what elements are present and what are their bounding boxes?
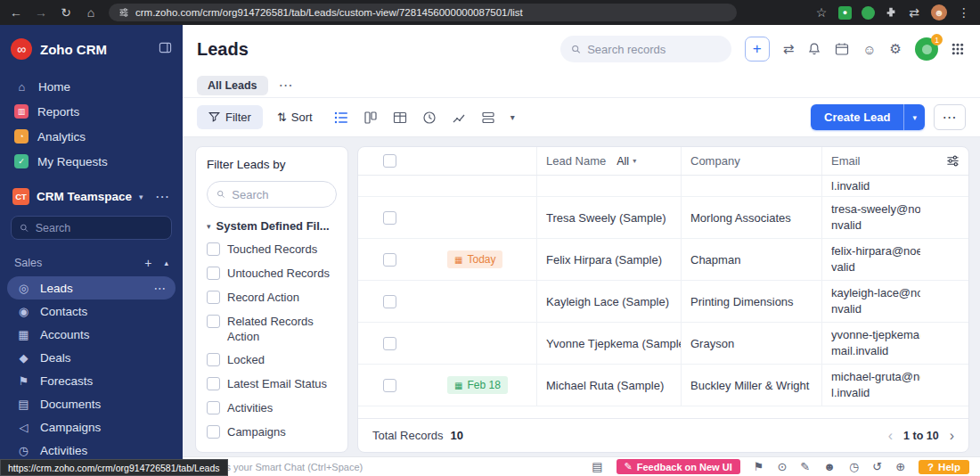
extensions-puzzle-icon[interactable] [885, 6, 897, 19]
reminders-clock-icon[interactable]: ◷ [849, 460, 859, 473]
teamspace-selector[interactable]: CT CRM Teamspace ▾ ⋯ [0, 179, 183, 212]
leads-more-icon[interactable]: ⋯ [154, 281, 167, 295]
checkbox[interactable] [207, 353, 220, 366]
filter-option-record-action[interactable]: Record Action [207, 291, 337, 306]
notes-icon[interactable]: ✎ [800, 460, 810, 473]
table-row[interactable]: Yvonne Tjepkema (Sample) Grayson yvonne-… [358, 323, 968, 365]
column-company[interactable]: Company [681, 147, 821, 175]
tab-all-leads[interactable]: All Leads [197, 76, 268, 95]
sidebar-item-documents[interactable]: ▤Documents [7, 393, 176, 415]
forward-icon[interactable]: → [34, 5, 48, 20]
toolbar-more-button[interactable]: ⋯ [934, 104, 966, 130]
filter-option-latest-email-status[interactable]: Latest Email Status [207, 377, 337, 392]
checkbox[interactable] [207, 401, 220, 414]
filter-option-related-records-action[interactable]: Related Records Action [207, 315, 337, 345]
more-views-chevron-icon[interactable]: ▾ [510, 112, 515, 122]
lead-name-cell[interactable]: Michael Ruta (Sample) [536, 365, 681, 406]
home-icon[interactable]: ⌂ [84, 5, 98, 20]
user-avatar[interactable]: 1 [915, 37, 938, 61]
sidebar-item-forecasts[interactable]: ⚑Forecasts [7, 370, 176, 392]
filter-option-activities[interactable]: Activities [207, 401, 337, 416]
back-icon[interactable]: ← [9, 5, 23, 20]
help-button[interactable]: ? Help [919, 460, 969, 474]
reload-icon[interactable]: ↻ [59, 5, 73, 20]
filter-button[interactable]: Filter [197, 105, 263, 129]
app-grid-icon[interactable] [951, 43, 964, 55]
row-checkbox[interactable] [383, 295, 396, 308]
view-tabs-more-icon[interactable]: ⋯ [279, 77, 295, 94]
sidebar-item-campaigns[interactable]: ◁Campaigns [7, 416, 176, 439]
survey-form-icon[interactable]: ▤ [592, 460, 602, 473]
chart-view-icon[interactable] [452, 111, 466, 125]
table-row[interactable]: Tresa Sweely (Sample) Morlong Associates… [358, 197, 968, 239]
sidebar-item-my-requests[interactable]: ✓My Requests [0, 149, 183, 174]
checkbox[interactable] [207, 425, 220, 439]
teamspace-more-icon[interactable]: ⋯ [155, 188, 170, 205]
site-settings-icon[interactable] [118, 7, 129, 18]
bookmark-star-icon[interactable]: ☆ [814, 5, 829, 20]
lead-name-cell[interactable]: Yvonne Tjepkema (Sample) [536, 323, 681, 364]
sidebar-collapse-icon[interactable] [159, 41, 172, 58]
timeline-view-icon[interactable] [422, 111, 437, 125]
tab-audio-icon[interactable]: ⇄ [907, 5, 921, 20]
sidebar-item-reports[interactable]: ▥Reports [0, 99, 183, 124]
collapse-section-icon[interactable]: ▴ [164, 259, 168, 267]
feedback-button[interactable]: ✎ Feedback on New UI [617, 459, 740, 474]
quick-add-button[interactable]: + [745, 37, 770, 62]
sidebar-item-contacts[interactable]: ◉Contacts [7, 300, 176, 323]
user-switch-icon[interactable]: ⇄ [783, 41, 795, 57]
column-settings-icon[interactable] [929, 147, 968, 175]
select-all-checkbox[interactable] [383, 154, 396, 168]
next-page-icon[interactable]: › [950, 428, 954, 444]
row-checkbox[interactable] [383, 337, 396, 350]
record-search-input[interactable] [587, 43, 720, 56]
announcements-icon[interactable]: ⚑ [754, 460, 764, 473]
table-row-partial[interactable]: l.invalid [358, 176, 968, 197]
checkbox[interactable] [207, 291, 220, 304]
sidebar-item-leads[interactable]: ◎Leads⋯ [7, 276, 176, 300]
prev-page-icon[interactable]: ‹ [888, 428, 893, 444]
address-bar[interactable]: crm.zoho.com/crm/org914726581/tab/Leads/… [109, 4, 737, 21]
create-lead-button[interactable]: Create Lead [811, 104, 903, 130]
checkbox[interactable] [207, 377, 220, 390]
feedback-smiley-icon[interactable]: ☺ [862, 42, 876, 57]
filter-option-untouched-records[interactable]: Untouched Records [207, 267, 337, 282]
signals-icon[interactable]: ⊙ [777, 460, 787, 473]
lead-name-cell[interactable]: Tresa Sweely (Sample) [536, 197, 681, 238]
table-row[interactable]: Kayleigh Lace (Sample) Printing Dimensio… [358, 281, 968, 323]
table-view-icon[interactable] [393, 111, 407, 125]
checkbox[interactable] [207, 267, 220, 280]
filter-search-input[interactable] [232, 188, 327, 201]
filter-option-campaigns[interactable]: Campaigns [207, 425, 337, 440]
settings-gear-icon[interactable]: ⚙ [890, 41, 902, 57]
zia-globe-icon[interactable]: ⊕ [895, 460, 905, 473]
calendar-icon[interactable] [835, 42, 849, 56]
list-view-icon[interactable] [334, 111, 348, 125]
sidebar-item-accounts[interactable]: ▦Accounts [7, 324, 176, 346]
filter-option-touched-records[interactable]: Touched Records [207, 242, 337, 258]
row-checkbox[interactable] [383, 253, 396, 267]
filter-option-locked[interactable]: Locked [207, 353, 337, 368]
split-view-icon[interactable] [481, 111, 495, 125]
checkbox[interactable] [207, 315, 220, 328]
sidebar-search-input[interactable] [36, 222, 163, 234]
notifications-bell-icon[interactable] [807, 42, 821, 56]
row-checkbox[interactable] [383, 379, 396, 392]
sidebar-item-home[interactable]: ⌂Home [0, 75, 183, 99]
table-row[interactable]: ▦Feb 18 Michael Ruta (Sample) Buckley Mi… [358, 365, 968, 406]
kanban-view-icon[interactable] [363, 111, 378, 125]
extension-icon[interactable] [862, 6, 875, 20]
lead-name-filter-dropdown[interactable]: All▾ [617, 155, 636, 168]
contacts-presence-icon[interactable]: ☻ [823, 460, 836, 473]
sidebar-search[interactable] [11, 216, 172, 240]
recent-history-icon[interactable]: ↺ [872, 460, 882, 473]
sidebar-item-deals[interactable]: ◆Deals [7, 347, 176, 369]
column-lead-name[interactable]: Lead Name [546, 154, 606, 168]
extension-icon[interactable]: ● [838, 6, 852, 20]
create-lead-dropdown-icon[interactable]: ▾ [903, 104, 925, 130]
filter-section-toggle[interactable]: ▾ System Defined Fil... [207, 219, 337, 233]
browser-menu-icon[interactable]: ⋮ [957, 5, 971, 20]
sort-button[interactable]: ⇅ Sort [277, 111, 313, 124]
browser-profile-avatar[interactable]: ☻ [931, 4, 947, 21]
lead-name-cell[interactable]: Felix Hirpara (Sample) [536, 239, 681, 280]
